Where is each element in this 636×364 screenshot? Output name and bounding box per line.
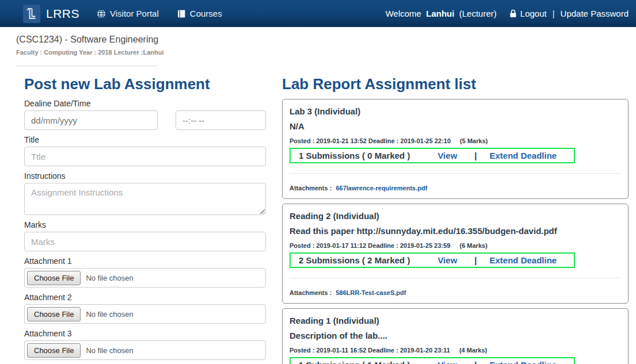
- globe-icon: [97, 9, 106, 18]
- link-separator: |: [474, 151, 477, 160]
- deadline-date-input[interactable]: [24, 110, 158, 130]
- attachments-row: Attachments : 667lawrence-requirements.p…: [290, 185, 621, 191]
- nav-links: Visitor Portal Courses: [97, 9, 222, 18]
- assignment-title: Lab 3 (Individual): [290, 105, 621, 118]
- submissions-box: 1 Submissions ( 0 Marked ) View | Extend…: [290, 148, 575, 163]
- submissions-count: 1 Submissions ( 1 Marked ): [299, 360, 410, 364]
- username: Lanhui: [426, 9, 454, 18]
- attachments-row: Attachments : 586LRR-Test-caseS.pdf: [290, 289, 621, 296]
- posted-line: Posted : 2019-01-17 11:12 Deadline : 201…: [290, 242, 621, 249]
- list-heading: Lab Report Assignment list: [282, 75, 629, 93]
- assignment-list: Lab Report Assignment list Lab 3 (Indivi…: [282, 72, 629, 364]
- assignment-card: Lab 3 (Individual) N/A Posted : 2019-01-…: [282, 99, 629, 199]
- file-status: No file chosen: [86, 274, 133, 282]
- course-meta: Faculty : Computing Year : 2018 Lecturer…: [16, 49, 636, 56]
- brand-label: LRRS: [46, 7, 79, 21]
- course-header: (CSC1234) - Software Engineering Faculty…: [16, 35, 636, 66]
- attachment-3-label: Attachment 3: [24, 329, 266, 338]
- marks-label: Marks: [24, 220, 266, 229]
- card-divider: [290, 278, 621, 278]
- card-divider: [290, 173, 621, 174]
- assignment-title: Reading 1 (Individual): [290, 315, 621, 327]
- assignment-description: Description of the lab....: [290, 329, 621, 342]
- attachment-1-filebox: Choose File No file chosen: [24, 268, 266, 288]
- navbar-right: Welcome Lanhui (Lecturer) Logout | Updat…: [386, 9, 629, 18]
- user-role: (Lecturer): [459, 9, 497, 18]
- choose-file-button[interactable]: Choose File: [27, 271, 81, 285]
- post-assignment-form: Post new Lab Assignment Dealine Date/Tim…: [24, 72, 266, 364]
- attachment-file-link[interactable]: 667lawrence-requirements.pdf: [336, 185, 427, 191]
- nav-courses[interactable]: Courses: [177, 9, 222, 18]
- submissions-box: 2 Submissions ( 2 Marked ) View | Extend…: [290, 252, 575, 268]
- marks-badge: (6 Marks): [460, 242, 488, 249]
- extend-deadline-link[interactable]: Extend Deadline: [490, 255, 557, 265]
- assignment-title: Reading 2 (Individual): [290, 210, 621, 223]
- file-status: No file chosen: [86, 310, 133, 319]
- lrrs-logo-icon: [23, 5, 40, 23]
- course-divider: [16, 66, 157, 66]
- assignment-card: Reading 2 (Individual) Read this paper h…: [282, 204, 629, 304]
- link-separator: |: [474, 360, 477, 364]
- assignment-card: Reading 1 (Individual) Description of th…: [282, 308, 629, 364]
- marks-badge: (4 Marks): [459, 347, 487, 354]
- title-label: Title: [24, 135, 266, 144]
- file-status: No file chosen: [86, 346, 133, 355]
- attachment-1-label: Attachment 1: [24, 256, 266, 266]
- view-link[interactable]: View: [437, 151, 457, 160]
- instructions-label: Instructions: [24, 171, 266, 181]
- posted-line: Posted : 2019-01-21 13:52 Deadline : 201…: [290, 137, 621, 144]
- brand[interactable]: LRRS: [23, 5, 79, 23]
- deadline-time-input[interactable]: [176, 110, 266, 130]
- attachment-2-filebox: Choose File No file chosen: [24, 304, 266, 324]
- attachment-3-filebox: Choose File No file chosen: [24, 340, 266, 360]
- marks-input[interactable]: [24, 232, 266, 251]
- submissions-count: 2 Submissions ( 2 Marked ): [299, 255, 410, 265]
- nav-visitor-portal-label: Visitor Portal: [110, 9, 159, 18]
- extend-deadline-link[interactable]: Extend Deadline: [490, 360, 557, 364]
- attachments-label: Attachments :: [290, 289, 332, 296]
- assignment-description: Read this paper http://sunnyday.mit.edu/…: [290, 225, 621, 237]
- form-heading: Post new Lab Assignment: [24, 75, 266, 93]
- attachment-2-label: Attachment 2: [24, 293, 266, 302]
- view-link[interactable]: View: [437, 255, 457, 265]
- navbar: LRRS Visitor Portal Courses: [0, 0, 636, 27]
- extend-deadline-link[interactable]: Extend Deadline: [490, 151, 557, 160]
- book-icon: [177, 9, 186, 18]
- submissions-count: 1 Submissions ( 0 Marked ): [299, 151, 410, 160]
- course-title: (CSC1234) - Software Engineering: [16, 35, 636, 45]
- choose-file-button[interactable]: Choose File: [27, 307, 81, 321]
- view-link[interactable]: View: [437, 360, 457, 364]
- link-separator: |: [474, 255, 477, 265]
- posted-line: Posted : 2019-01-11 16:52 Deadline : 201…: [290, 347, 621, 354]
- attachments-label: Attachments :: [290, 185, 332, 191]
- welcome-text: Welcome Lanhui (Lecturer): [386, 9, 497, 18]
- logout-link[interactable]: Logout: [520, 9, 547, 18]
- nav-separator: |: [553, 9, 555, 18]
- title-input[interactable]: [24, 147, 266, 166]
- nav-visitor-portal[interactable]: Visitor Portal: [97, 9, 159, 18]
- deadline-label: Dealine Date/Time: [24, 99, 266, 108]
- update-password-link[interactable]: Update Password: [561, 9, 629, 18]
- attachment-file-link[interactable]: 586LRR-Test-caseS.pdf: [336, 289, 406, 296]
- submissions-box: 1 Submissions ( 1 Marked ) View | Extend…: [290, 357, 575, 364]
- nav-courses-label: Courses: [190, 9, 222, 18]
- lock-icon: [509, 9, 517, 18]
- marks-badge: (5 Marks): [460, 137, 488, 144]
- choose-file-button[interactable]: Choose File: [27, 343, 81, 358]
- instructions-textarea[interactable]: [24, 183, 266, 215]
- assignment-description: N/A: [290, 120, 621, 133]
